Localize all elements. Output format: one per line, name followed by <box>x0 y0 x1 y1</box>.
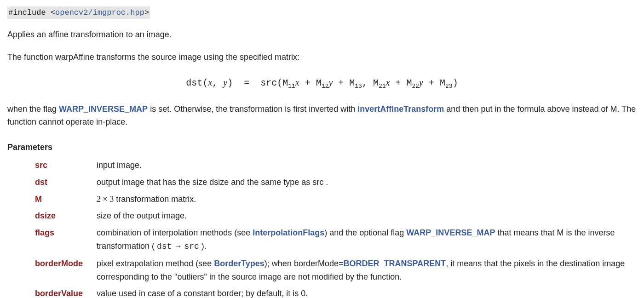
param-name-flags: flags <box>35 226 97 240</box>
dst-code: dst <box>157 242 172 251</box>
param-name-bordermode: borderMode <box>35 257 97 270</box>
param-name-src: src <box>35 159 97 172</box>
param-desc-src: input image. <box>97 159 637 172</box>
after-formula-paragraph: when the flag WARP_INVERSE_MAP is set. O… <box>7 103 637 129</box>
border-transparent-link[interactable]: BORDER_TRANSPARENT <box>343 259 446 268</box>
matrix-cols: 3 <box>109 195 114 204</box>
param-name-dsize: dsize <box>35 209 97 223</box>
param-name-bordervalue: borderValue <box>35 287 97 298</box>
include-path-link[interactable]: opencv2/imgproc.hpp <box>55 8 144 17</box>
formula-m22: M22 <box>406 78 419 88</box>
text: ). <box>199 241 207 251</box>
param-row-src: src input image. <box>35 159 637 172</box>
include-prefix: #include < <box>8 8 55 17</box>
formula-y3: y <box>419 77 423 87</box>
param-row-dsize: dsize size of the output image. <box>35 209 637 223</box>
text: ) and the optional flag <box>324 228 406 237</box>
matrix-rows: 2 <box>97 195 101 204</box>
param-desc-dst: output image that has the size dsize and… <box>97 176 637 189</box>
include-directive: #include <opencv2/imgproc.hpp> <box>7 6 150 19</box>
text: combination of interpolation methods (se… <box>97 228 253 237</box>
param-desc-m: 2 × 3 transformation matrix. <box>97 193 637 206</box>
border-types-link[interactable]: BorderTypes <box>214 259 264 268</box>
interpolation-flags-link[interactable]: InterpolationFlags <box>253 228 324 237</box>
parameters-list: src input image. dst output image that h… <box>35 159 637 298</box>
param-desc-dsize: size of the output image. <box>97 209 637 223</box>
formula-x2: x <box>295 77 299 87</box>
src-code: src <box>184 242 199 251</box>
text: pixel extrapolation method (see <box>97 259 214 268</box>
formula-m21: M21 <box>373 78 386 88</box>
arrow-icon: → <box>172 241 184 251</box>
formula-y: y <box>223 77 227 87</box>
param-row-bordervalue: borderValue value used in case of a cons… <box>35 287 637 298</box>
param-name-m: M <box>35 193 97 206</box>
formula-m11: M11 <box>282 78 295 88</box>
formula-x: x <box>208 77 212 87</box>
formula-y2: y <box>328 77 333 87</box>
text: transformation matrix. <box>114 195 196 204</box>
include-suffix: > <box>144 8 149 17</box>
formula-src: src <box>260 78 277 88</box>
param-desc-bordervalue: value used in case of a constant border;… <box>97 287 637 298</box>
formula-m23: M23 <box>440 78 453 88</box>
warp-inverse-map-link[interactable]: WARP_INVERSE_MAP <box>59 104 148 114</box>
text: is set. Otherwise, the transformation is… <box>148 104 357 114</box>
times-symbol: × <box>101 195 109 204</box>
formula-dst: dst <box>186 78 202 88</box>
text: ); when borderMode= <box>264 259 344 268</box>
parameters-heading: Parameters <box>7 141 637 154</box>
formula-x3: x <box>386 77 390 87</box>
param-name-dst: dst <box>35 176 97 189</box>
formula: dst(x, y) = src(M11x + M12y + M13, M21x … <box>7 75 637 92</box>
formula-m13: M13 <box>349 78 362 88</box>
intro-paragraph-2: The function warpAffine transforms the s… <box>7 51 637 64</box>
text: when the flag <box>7 104 59 114</box>
invert-affine-transform-link[interactable]: invertAffineTransform <box>357 104 444 114</box>
param-desc-flags: combination of interpolation methods (se… <box>97 226 637 253</box>
warp-inverse-map-link-2[interactable]: WARP_INVERSE_MAP <box>406 228 495 237</box>
param-row-flags: flags combination of interpolation metho… <box>35 226 637 253</box>
param-desc-bordermode: pixel extrapolation method (see BorderTy… <box>97 257 637 284</box>
param-row-dst: dst output image that has the size dsize… <box>35 176 637 189</box>
formula-m12: M12 <box>316 78 329 88</box>
param-row-bordermode: borderMode pixel extrapolation method (s… <box>35 257 637 284</box>
param-row-m: M 2 × 3 transformation matrix. <box>35 193 637 206</box>
intro-paragraph-1: Applies an affine transformation to an i… <box>7 28 637 41</box>
